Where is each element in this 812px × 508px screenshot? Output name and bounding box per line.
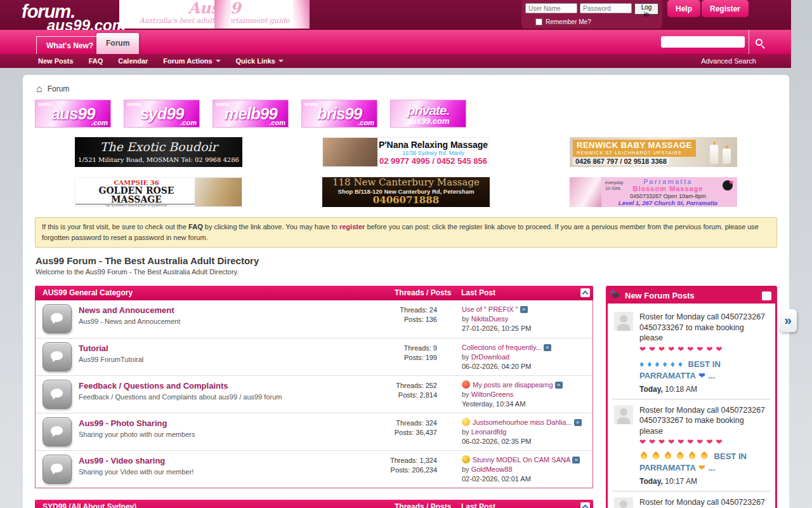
last-post-link[interactable]: My posts are disappearng	[473, 381, 553, 389]
category-header[interactable]: AUS99 General Category Threads / Posts L…	[35, 286, 593, 300]
forum-link[interactable]: Aus99 - Video sharing	[79, 456, 165, 465]
forum-link[interactable]: Feedback / Questions and Complaints	[79, 381, 228, 391]
forum-stats: Threads: 324Posts: 36,437	[378, 418, 437, 438]
avatar[interactable]	[614, 497, 633, 508]
advanced-search-link[interactable]: Advanced Search	[701, 57, 756, 65]
last-post: My posts are disappearng» by WiltonGreen…	[462, 380, 590, 409]
forum-link[interactable]: News and Annoucement	[79, 305, 174, 315]
tab-forum[interactable]: Forum	[96, 33, 139, 54]
last-post-date: 06-02-2026, 04:20 PM	[462, 362, 590, 371]
register-button[interactable]: Register	[702, 0, 749, 17]
avatar[interactable]	[614, 405, 633, 424]
last-post: Stunny MODEL On CAM SANA» by GoldMeow88 …	[462, 455, 590, 484]
breadcrumb: ⌂ Forum	[36, 84, 777, 93]
banner-aus99[interactable]: www. aus99 .com	[35, 100, 111, 128]
flame-emoji	[700, 451, 709, 460]
nav-forum-actions-label: Forum Actions	[163, 57, 212, 65]
post-date: Today, 10:18 AM	[639, 385, 769, 394]
breadcrumb-forum[interactable]: Forum	[48, 84, 70, 93]
collapse-button[interactable]	[580, 502, 590, 508]
banner-private-aus99[interactable]: private. aus99.com	[390, 100, 466, 128]
forum-stats: Threads: 1,324Posts: 206,234	[378, 456, 437, 475]
post-text[interactable]: Roster for Monday call 0450723267 045073…	[639, 312, 769, 344]
banner-syd99[interactable]: www. syd99 .com	[124, 100, 200, 128]
faq-link[interactable]: FAQ	[188, 223, 203, 231]
last-post-link[interactable]: Justsomehourhoe miss Dahlia...	[473, 418, 572, 426]
post-text-line2[interactable]: ♦♦♦♦♦♦ BEST IN PARRAMATTA ❤ ...	[639, 358, 769, 382]
post-text[interactable]: Roster for Monday call 0450723267 045073…	[639, 497, 769, 508]
post-text-line2[interactable]: BEST IN PARRAMATTA ❤ ...	[639, 451, 769, 474]
banner-bris99[interactable]: www. bris99 .com	[301, 100, 377, 128]
ad-pnana-massage[interactable]: P'Nana Relaxing Massage 11/36 Sydney Rd.…	[322, 137, 490, 167]
nav-new-posts[interactable]: New Posts	[38, 57, 74, 65]
ad-title: The Exotic Boudoir	[75, 137, 242, 156]
forum-list: AUS99 General Category Threads / Posts L…	[35, 286, 593, 508]
notice-text: If this is your first visit, be sure to …	[42, 223, 188, 231]
search-input[interactable]	[661, 36, 745, 48]
go-to-last-post-icon[interactable]: »	[574, 419, 582, 426]
banner-suffix: .com	[91, 119, 108, 126]
collapse-button[interactable]	[762, 291, 771, 300]
forum-description: Sharing your Video with our member!	[79, 468, 358, 476]
last-post-link[interactable]: Stunny MODEL On CAM SANA	[473, 456, 570, 464]
forum-link[interactable]: Tutorial	[79, 344, 108, 353]
nav-quick-links[interactable]: Quick Links	[236, 57, 284, 65]
ad-blossom-massage[interactable]: everyday 10 Girls Parramatta Blossom Mas…	[570, 177, 737, 207]
category-header[interactable]: SYD99 (All About Sydney) Threads / Posts…	[35, 500, 593, 508]
banner-melb99[interactable]: www. melb99 .com	[213, 100, 289, 128]
ad-exotic-boudoir[interactable]: The Exotic Boudoir 1/521 Military Road, …	[75, 137, 242, 167]
diamond-emoji: ♦	[647, 359, 655, 369]
search-button[interactable]	[749, 30, 768, 54]
register-link[interactable]: register	[339, 223, 365, 231]
home-icon[interactable]: ⌂	[36, 84, 43, 93]
remember-checkbox[interactable]	[535, 18, 542, 25]
login-button[interactable]: Log in	[634, 3, 658, 15]
forum-row: Aus99 - Photo Sharing Sharing your photo…	[36, 413, 593, 450]
forum-stats: Threads: 24Posts: 136	[378, 305, 437, 324]
header-top: forum. aus99.com Aus99 Australia's best …	[0, 0, 791, 30]
flame-emoji	[639, 451, 648, 460]
sidebar-expand-button[interactable]: »	[779, 309, 797, 332]
forum-stats: Threads: 9Posts: 199	[378, 344, 437, 363]
forum-link[interactable]: Aus99 - Photo Sharing	[79, 418, 167, 428]
nav-forum-actions[interactable]: Forum Actions	[163, 57, 220, 65]
last-post-author: by Leonardfdg	[462, 427, 590, 437]
notice-text: by clicking the link above. You may have…	[203, 223, 339, 231]
ad-address: Level 1, 267 Church St, Parramatta	[599, 199, 737, 206]
go-to-last-post-icon[interactable]: »	[544, 344, 551, 351]
username-input[interactable]	[525, 3, 577, 13]
go-to-last-post-icon[interactable]: »	[520, 306, 528, 313]
header-banner-ad[interactable]: Aus99 Australia's best adult entertainme…	[119, 0, 310, 29]
ad-canterbury-massage[interactable]: 118 New Canterbury Massage Shop B/118-12…	[322, 177, 490, 207]
last-post-link[interactable]: Collections of frequently...	[462, 344, 542, 351]
search-icon	[756, 39, 763, 46]
forum-stats: Threads: 252Posts: 2,814	[378, 381, 437, 400]
help-button[interactable]: Help	[667, 0, 700, 17]
nav-calendar[interactable]: Calendar	[118, 57, 148, 65]
forum-category: AUS99 General Category Threads / Posts L…	[35, 286, 593, 488]
category-title: SYD99 (All About Sydney)	[43, 502, 136, 508]
ads-row-1: The Exotic Boudoir 1/521 Military Road, …	[75, 137, 777, 167]
curtain-graphic	[214, 0, 231, 29]
forum-status-icon	[43, 455, 72, 484]
first-visit-notice: If this is your first visit, be sure to …	[35, 217, 777, 248]
last-post-date: 02-02-2026, 02:01 AM	[462, 474, 590, 484]
go-to-last-post-icon[interactable]: »	[572, 457, 580, 464]
ad-golden-rose-massage[interactable]: CAMPSIE 36 GOLDEN ROSE MASSAGE 36 NORTH …	[75, 177, 242, 207]
go-to-last-post-icon[interactable]: »	[555, 382, 563, 389]
tab-whats-new[interactable]: What's New?	[36, 36, 103, 54]
flame-emoji	[652, 451, 660, 460]
sidebar-header: New Forum Posts	[608, 288, 775, 304]
nav-faq[interactable]: FAQ	[89, 57, 103, 65]
password-input[interactable]	[580, 3, 632, 13]
banner-suffix: .com	[180, 119, 197, 126]
last-post-link[interactable]: Use of " PREFIX "	[462, 305, 518, 313]
ads-row-2: CAMPSIE 36 GOLDEN ROSE MASSAGE 36 NORTH …	[75, 177, 777, 207]
post-text[interactable]: Roster for Monday call 0450723267 045073…	[639, 405, 769, 437]
ad-renwick-massage[interactable]: RENWICK BABY MASSAGE RENWICK ST LEICHHAR…	[570, 137, 737, 167]
ad-title: RENWICK BABY MASSAGE	[577, 140, 692, 150]
avatar[interactable]	[614, 312, 633, 331]
collapse-button[interactable]	[580, 288, 590, 297]
candle-graphic	[723, 149, 731, 164]
forum-description: Sharing your photo with our members	[79, 431, 358, 438]
